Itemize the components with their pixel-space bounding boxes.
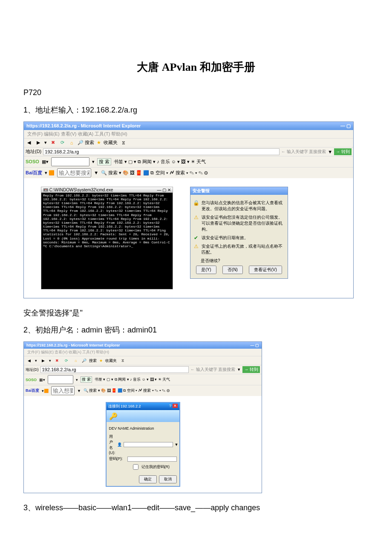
cmd-output: Reply from 192.168.2.2: bytes=32 time<1m… — [41, 193, 173, 289]
window-controls-icon[interactable]: — ▢ — [250, 343, 259, 347]
history-icon[interactable]: ⧖ — [120, 139, 127, 146]
ie-menubar-2[interactable]: 文件(F) 编辑(E) 查看(V) 收藏(A) 工具(T) 帮助(H) — [24, 349, 262, 356]
auth-ok-button[interactable]: 确定 — [139, 475, 157, 483]
cmd-titlebar: 📼 C:\WINDOWS\system32\cmd.exe — ▢ ✕ — [41, 187, 173, 193]
soso-logo-icon: SOSO — [26, 159, 39, 164]
password-label: 密码(P): — [109, 456, 126, 462]
baidu-logo-icon: Bai百度 — [26, 170, 42, 176]
security-alert-dialog: 安全警报 🔒 您与该站点交换的信息不会被其它人查看或更改。但该站点的安全证书有问… — [190, 187, 288, 279]
password-input[interactable] — [127, 457, 177, 462]
auth-window-controls-icon[interactable]: ? ✕ — [169, 404, 178, 409]
history-icon[interactable]: ⧖ — [119, 357, 126, 364]
auth-title: 连接到 192.168.2.2 — [108, 404, 141, 409]
warn-icon: ⚠ — [193, 243, 199, 249]
step-2: 2、初始用户名：admin 密码：admin01 — [23, 324, 369, 336]
cmd-window: 📼 C:\WINDOWS\system32\cmd.exe — ▢ ✕ Repl… — [41, 187, 173, 289]
search-label: 搜索 — [85, 140, 94, 145]
step-3: 3、wireless——basic——wlan1——edit——save_——a… — [23, 502, 369, 514]
ie-titlebar: https://192.168.2.2/a.rg - Microsoft Int… — [24, 122, 353, 130]
alert-title: 安全警报 — [190, 187, 288, 195]
forward-icon[interactable]: ▶ — [35, 139, 42, 146]
alert-question: 是否继续? — [201, 258, 285, 264]
go-button-2[interactable]: → 转到 — [242, 366, 260, 373]
address-hint: ← 输入关键字 直接搜索 — [281, 149, 326, 155]
ok-icon: ✔ — [193, 235, 199, 241]
alert-msg-issuer: 该安全证书由您没有选定信任的公司颁发。可以查看证书以便确定您是否信任该验证机构。 — [202, 214, 285, 232]
baidu-items[interactable]: 🔍 搜索 ▾ 🎨 🖼 🧧 🟦 ⧉ 空间 ▾ 🗲 搜索 ▾ ✎ ▾ ✎ ⚙ — [101, 170, 208, 176]
window-controls-icon[interactable]: — ▢ — [340, 123, 351, 129]
alert-msg-name: 安全证书上的名称无效，或者与站点名称不匹配。 — [202, 243, 285, 255]
note-after-shot1: 安全警报选择"是" — [23, 307, 369, 319]
ie-titlebar-2: https://192.168.2.2/a.rg - Microsoft Int… — [24, 342, 262, 349]
soso-toolbar[interactable]: SOSO ▦▾ ▾ 搜 索 书签 ▾ ▢ ▾ ⧉ 网闻 ▾ ♪ 音乐 ☺ ▾ 🖼… — [24, 156, 353, 167]
soso-search-button-2[interactable]: 搜 索 — [81, 376, 92, 383]
alert-no-button[interactable]: 否(N) — [222, 266, 243, 274]
ie-window: https://192.168.2.2/a.rg - Microsoft Int… — [23, 121, 354, 298]
alert-msg-date: 该安全证书的日期有效。 — [202, 235, 248, 241]
home-icon[interactable]: ⌂ — [72, 357, 79, 364]
cmd-window-controls-icon[interactable]: — ▢ ✕ — [157, 188, 171, 192]
keys-icon: 🔑 — [107, 410, 179, 422]
soso-search-input-2[interactable] — [48, 375, 73, 384]
soso-logo-icon: SOSO — [26, 378, 37, 382]
doc-title: 大唐 APvlan 和加密手册 — [23, 60, 369, 75]
auth-dialog: 连接到 192.168.2.2 ? ✕ 🔑 DEV NAME Administr… — [106, 402, 180, 487]
forward-icon[interactable]: ▶ — [40, 357, 46, 364]
ie-title-text: https://192.168.2.2/a.rg - Microsoft Int… — [26, 123, 141, 129]
favorites-label: 收藏夹 — [104, 139, 118, 146]
alert-yes-button[interactable]: 是(Y) — [196, 266, 216, 274]
baidu-logo-icon: Bai百度 — [26, 388, 39, 393]
refresh-icon[interactable]: ⟳ — [63, 357, 70, 364]
soso-items[interactable]: 书签 ▾ ▢ ▾ ⧉ 网闻 ▾ ♪ 音乐 ☺ ▾ 🖼 ▾ ☀ 天气 — [114, 159, 206, 165]
ie-content-area: 📼 C:\WINDOWS\system32\cmd.exe — ▢ ✕ Repl… — [24, 178, 353, 298]
device-model: P720 — [23, 87, 369, 99]
baidu-search-input[interactable] — [57, 168, 91, 177]
alert-view-cert-button[interactable]: 查看证书(V) — [249, 266, 282, 274]
alert-msg-main: 您与该站点交换的信息不会被其它人查看或更改。但该站点的安全证书有问题。 — [202, 200, 285, 212]
warn-icon: ⚠ — [193, 214, 199, 220]
auth-realm: DEV NAME Administration — [109, 426, 177, 431]
ie-address-bar: 地址(D) ← 输入关键字 直接搜索 ▼ → 转到 — [24, 147, 353, 156]
address-input[interactable] — [43, 148, 279, 155]
soso-search-input[interactable] — [51, 157, 89, 166]
stop-icon[interactable]: ✖ — [54, 357, 61, 364]
stop-icon[interactable]: ✖ — [49, 139, 56, 146]
auth-cancel-button[interactable]: 取消 — [159, 475, 177, 483]
back-icon[interactable]: ◀ — [26, 357, 32, 364]
user-icon: 👤 — [117, 442, 122, 447]
refresh-icon[interactable]: ⟳ — [59, 139, 66, 146]
remember-checkbox[interactable] — [133, 464, 138, 470]
back-icon[interactable]: ◀ — [26, 139, 32, 146]
baidu-search-input-2[interactable] — [51, 386, 75, 395]
soso-search-button[interactable]: 搜 索 — [97, 158, 111, 165]
ie-window-2: https://192.168.2.2/a.rg - Microsoft Int… — [23, 341, 262, 493]
ie-menubar[interactable]: 文件(F) 编辑(E) 查看(V) 收藏(A) 工具(T) 帮助(H) — [24, 130, 353, 138]
home-icon[interactable]: ⌂ — [68, 139, 75, 146]
username-input[interactable] — [124, 442, 173, 447]
ie-toolbar-2[interactable]: ◀▾ ▶▾ ✖ ⟳ ⌂ 🔎 搜索 ★收藏夹 ⧖ — [24, 356, 262, 365]
lock-warn-icon: 🔒 — [193, 200, 199, 206]
address-label: 地址(D) — [26, 148, 41, 155]
address-input-2[interactable] — [40, 366, 189, 373]
go-button[interactable]: → 转到 — [334, 148, 352, 155]
remember-label: 记住我的密码(R) — [141, 464, 170, 470]
baidu-toolbar[interactable]: Bai百度 ▾ 🟧 ▼ 🔍 搜索 ▾ 🎨 🖼 🧧 🟦 ⧉ 空间 ▾ 🗲 搜索 ▾… — [24, 167, 353, 178]
ie-toolbar[interactable]: ◀ ▶ ▾ ✖ ⟳ ⌂ 🔎 搜索 ★收藏夹 ⧖ — [24, 138, 353, 147]
step-1: 1、地址栏输入：192.168.2.2/a.rg — [23, 104, 369, 116]
username-label: 用户名(U): — [109, 434, 115, 455]
